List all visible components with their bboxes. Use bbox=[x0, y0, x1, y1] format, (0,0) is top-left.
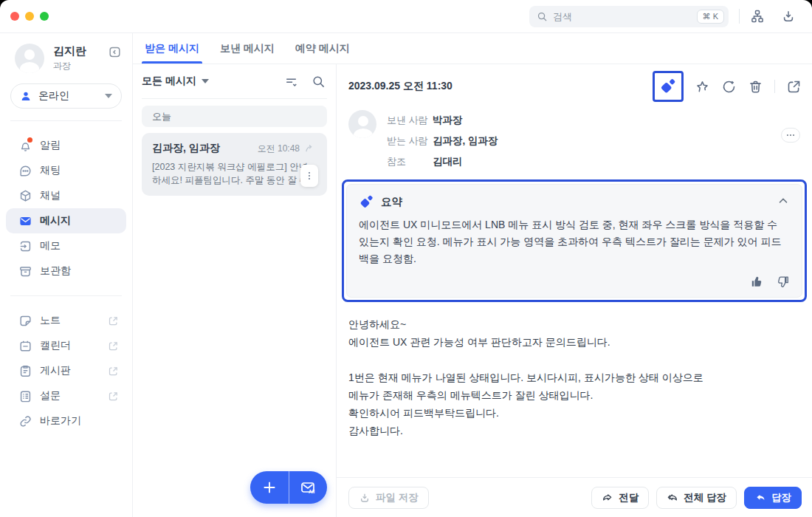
header-more-button[interactable] bbox=[781, 128, 800, 143]
note-icon bbox=[18, 314, 32, 328]
tab-scheduled[interactable]: 예약 메시지 bbox=[295, 33, 350, 64]
list-search-button[interactable] bbox=[312, 75, 326, 89]
forward-button[interactable]: 전달 bbox=[591, 487, 649, 509]
field-from: 보낸 사람 박과장 bbox=[387, 110, 771, 131]
archive-icon bbox=[18, 264, 32, 278]
topbar-divider bbox=[739, 9, 740, 24]
external-link-icon bbox=[108, 366, 119, 377]
org-chart-icon bbox=[750, 9, 765, 24]
download-icon bbox=[781, 9, 796, 24]
status-label: 온라인 bbox=[38, 89, 98, 103]
message-list-item[interactable]: 김과장, 임과장 오전 10:48 [2023 지란지볶 워크샵 에필로그] 안… bbox=[142, 133, 327, 196]
sidebar-item-shortcut[interactable]: 바로가기 bbox=[6, 408, 126, 434]
sidebar-item-note[interactable]: 노트 bbox=[6, 308, 126, 333]
thumb-up-icon bbox=[750, 275, 764, 289]
sidebar-collapse-button[interactable] bbox=[108, 45, 122, 59]
search-icon bbox=[537, 11, 548, 22]
sidebar-item-label: 메모 bbox=[40, 239, 119, 253]
summary-text: 에이전트 UX 미니모드에서 LNB 메뉴 표시 방식 검토 중, 현재 좌우 … bbox=[359, 216, 790, 267]
summary-collapse-button[interactable] bbox=[777, 194, 790, 210]
message-item-more-button[interactable] bbox=[300, 165, 318, 187]
field-to: 받는 사람 김과장, 임과장 bbox=[387, 131, 771, 151]
sidebar-item-label: 보관함 bbox=[40, 264, 119, 278]
sidebar-item-label: 설문 bbox=[40, 389, 100, 403]
sidebar-item-chat[interactable]: 채팅 bbox=[6, 158, 126, 183]
sidebar-item-board[interactable]: 게시판 bbox=[6, 358, 126, 383]
field-value: 박과장 bbox=[433, 114, 463, 127]
message-filter-dropdown[interactable]: 모든 메시지 bbox=[142, 75, 272, 88]
user-avatar[interactable] bbox=[15, 44, 44, 73]
traffic-lights bbox=[10, 12, 49, 21]
tab-inbox[interactable]: 받은 메시지 bbox=[145, 33, 199, 64]
minimize-window-button[interactable] bbox=[25, 12, 34, 21]
thumb-down-button[interactable] bbox=[776, 275, 790, 289]
sender-avatar bbox=[348, 110, 376, 138]
search-icon bbox=[312, 75, 326, 89]
sort-icon bbox=[284, 75, 298, 89]
search-input[interactable] bbox=[553, 11, 692, 22]
reply-all-button[interactable]: 전체 답장 bbox=[656, 487, 737, 509]
link-icon bbox=[18, 414, 32, 428]
chat-icon bbox=[18, 164, 32, 178]
sidebar-item-calendar[interactable]: 캘린더 bbox=[6, 333, 126, 358]
annotation-highlight-box bbox=[653, 71, 684, 102]
svg-text:All: All bbox=[309, 489, 315, 494]
chevron-down-icon bbox=[105, 94, 112, 98]
message-tabs: 받은 메시지 보낸 메시지 예약 메시지 bbox=[133, 33, 812, 64]
sidebar-divider bbox=[10, 120, 122, 121]
reply-button[interactable]: 답장 bbox=[744, 487, 802, 509]
sidebar-item-survey[interactable]: 설문 bbox=[6, 383, 126, 408]
sort-button[interactable] bbox=[284, 75, 298, 89]
save-file-button[interactable]: 파일 저장 bbox=[348, 487, 429, 509]
compose-fab: All bbox=[250, 471, 327, 504]
nav-secondary: 노트 캘린더 게시판 설문 bbox=[0, 308, 132, 434]
field-value: 김대리 bbox=[433, 155, 463, 168]
status-dropdown[interactable]: 온라인 bbox=[10, 83, 122, 109]
external-link-icon bbox=[108, 315, 119, 326]
sidebar-item-channel[interactable]: 채널 bbox=[6, 183, 126, 208]
sidebar-item-memo[interactable]: 메모 bbox=[6, 233, 126, 258]
field-label: 보낸 사람 bbox=[387, 114, 433, 127]
sidebar-item-messages[interactable]: 메시지 bbox=[6, 208, 126, 233]
cube-icon bbox=[18, 189, 32, 203]
zoom-window-button[interactable] bbox=[40, 12, 49, 21]
close-window-button[interactable] bbox=[10, 12, 19, 21]
icon-divider bbox=[774, 80, 775, 93]
trash-icon bbox=[748, 79, 763, 95]
list-divider bbox=[142, 98, 327, 99]
thumb-up-button[interactable] bbox=[750, 275, 764, 289]
sidebar-item-label: 노트 bbox=[40, 314, 100, 327]
field-cc: 참조 김대리 bbox=[387, 151, 771, 172]
annotation-highlight-box: 요약 에이전트 UX 미니모드에서 LNB 메뉴 표시 방식 검토 중, 현재 … bbox=[342, 179, 807, 302]
search-shortcut-badge: ⌘ K bbox=[697, 10, 724, 24]
mark-star-button[interactable] bbox=[695, 79, 710, 95]
global-search[interactable]: ⌘ K bbox=[529, 6, 729, 27]
nav-primary: 알림 채팅 채널 메시지 메모 bbox=[0, 133, 132, 284]
message-body: 안녕하세요~ 에이전트 UX 관련 가능성 여부 판단하고자 문의드립니다. 1… bbox=[337, 309, 812, 477]
filter-label: 모든 메시지 bbox=[142, 75, 196, 88]
download-tray-button[interactable] bbox=[781, 9, 796, 24]
field-label: 참조 bbox=[387, 155, 433, 168]
delete-button[interactable] bbox=[748, 79, 763, 95]
chevron-up-icon bbox=[777, 194, 790, 208]
sidebar-item-label: 메시지 bbox=[40, 214, 119, 227]
sidebar-item-label: 캘린더 bbox=[40, 339, 100, 352]
sidebar-item-notifications[interactable]: 알림 bbox=[6, 133, 126, 158]
org-chart-button[interactable] bbox=[750, 9, 765, 24]
open-external-button[interactable] bbox=[786, 79, 802, 95]
new-message-button[interactable] bbox=[250, 471, 289, 504]
field-label: 받는 사람 bbox=[387, 134, 433, 148]
external-link-icon bbox=[108, 391, 119, 402]
star-swoosh-icon bbox=[695, 79, 710, 95]
send-all-button[interactable]: All bbox=[289, 471, 328, 504]
ai-summary-button[interactable] bbox=[659, 78, 677, 95]
plus-icon bbox=[261, 479, 278, 496]
message-item-sender: 김과장, 임과장 bbox=[152, 142, 253, 155]
sidebar-divider bbox=[10, 295, 122, 296]
tab-sent[interactable]: 보낸 메시지 bbox=[220, 33, 275, 64]
save-to-drive-button[interactable] bbox=[721, 79, 737, 95]
person-status-icon bbox=[20, 90, 32, 102]
body-line: 안녕하세요~ bbox=[348, 315, 800, 333]
sidebar-item-archive[interactable]: 보관함 bbox=[6, 258, 126, 284]
message-actions-bar: 파일 저장 전달 전체 답장 답장 bbox=[337, 477, 812, 517]
